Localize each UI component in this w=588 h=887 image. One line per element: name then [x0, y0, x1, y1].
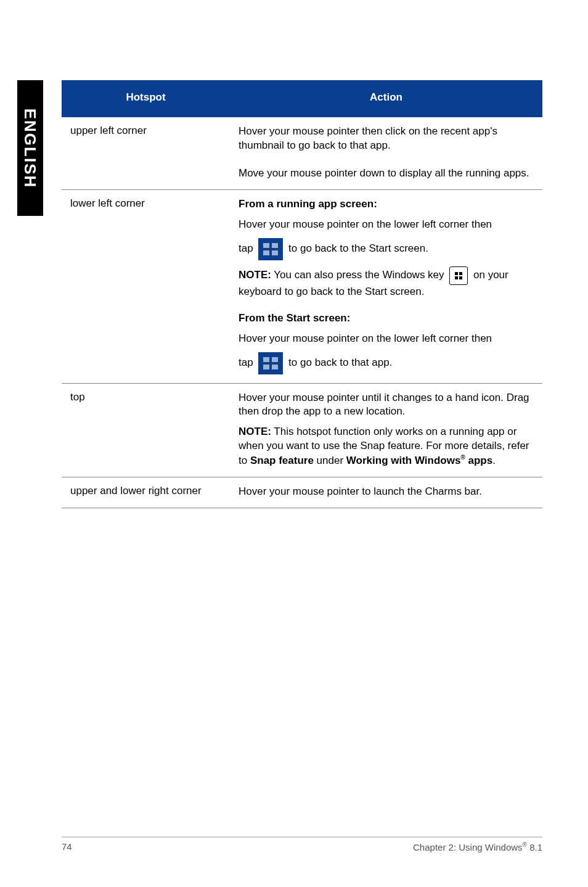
- tap-suffix: to go back to that app.: [288, 357, 392, 368]
- chapter-text: Chapter 2: Using Windows: [413, 842, 523, 852]
- action-note: NOTE: You can also press the Windows key…: [239, 266, 536, 299]
- action-cell: From a running app screen: Hover your mo…: [230, 189, 542, 383]
- note-label: NOTE:: [239, 426, 271, 437]
- chapter-text: 8.1: [527, 842, 542, 852]
- start-tile-icon: [258, 238, 283, 260]
- action-cell: Move your mouse pointer down to display …: [230, 162, 542, 189]
- action-text: Hover your mouse pointer on the lower le…: [239, 218, 536, 232]
- note-text: under: [314, 455, 346, 466]
- tap-suffix: to go back to the Start screen.: [288, 242, 428, 254]
- table-row: upper and lower right corner Hover your …: [62, 477, 542, 508]
- bold-text: Snap feature: [250, 455, 314, 466]
- language-tab-label: ENGLISH: [21, 108, 40, 188]
- chapter-label: Chapter 2: Using Windows® 8.1: [413, 841, 542, 852]
- windows-key-icon: [449, 266, 468, 285]
- action-text: tap to go back to that app.: [239, 352, 536, 374]
- col-header-action: Action: [230, 80, 542, 117]
- action-cell: Hover your mouse pointer then click on t…: [230, 117, 542, 162]
- action-heading: From a running app screen:: [239, 197, 536, 212]
- hotspot-cell: top: [62, 383, 230, 477]
- page-number: 74: [62, 841, 72, 852]
- action-note: NOTE: This hotspot function only works o…: [239, 425, 536, 468]
- tap-prefix: tap: [239, 357, 256, 368]
- action-cell: Hover your mouse pointer until it change…: [230, 383, 542, 477]
- action-heading: From the Start screen:: [239, 311, 536, 326]
- language-tab: ENGLISH: [17, 80, 43, 216]
- table-row: Move your mouse pointer down to display …: [62, 162, 542, 189]
- table-row: upper left corner Hover your mouse point…: [62, 117, 542, 162]
- tap-prefix: tap: [239, 242, 256, 254]
- hotspot-action-table: Hotspot Action upper left corner Hover y…: [62, 80, 542, 508]
- table-row: top Hover your mouse pointer until it ch…: [62, 383, 542, 477]
- hotspot-cell: lower left corner: [62, 189, 230, 383]
- sup-text: ®: [460, 454, 465, 461]
- note-text: .: [492, 455, 496, 466]
- page-footer: 74 Chapter 2: Using Windows® 8.1: [62, 836, 542, 852]
- action-text: tap to go back to the Start screen.: [239, 238, 536, 260]
- start-tile-icon: [258, 352, 283, 374]
- table-row: lower left corner From a running app scr…: [62, 189, 542, 383]
- col-header-hotspot: Hotspot: [62, 80, 230, 117]
- hotspot-cell-empty: [62, 162, 230, 189]
- action-text: Hover your mouse pointer then click on t…: [239, 125, 536, 153]
- bold-text: Working with Windows: [346, 455, 461, 466]
- note-label: NOTE:: [239, 269, 271, 281]
- action-text: Hover your mouse pointer on the lower le…: [239, 332, 536, 346]
- action-cell: Hover your mouse pointer to launch the C…: [230, 477, 542, 508]
- action-text: Move your mouse pointer down to display …: [239, 167, 536, 181]
- action-text: Hover your mouse pointer to launch the C…: [239, 485, 536, 499]
- bold-text: apps: [465, 455, 492, 466]
- hotspot-cell: upper and lower right corner: [62, 477, 230, 508]
- note-text: You can also press the Windows key: [274, 269, 447, 281]
- chapter-sup: ®: [523, 841, 527, 848]
- hotspot-cell: upper left corner: [62, 117, 230, 162]
- action-text: Hover your mouse pointer until it change…: [239, 391, 536, 419]
- page-content: Hotspot Action upper left corner Hover y…: [62, 80, 542, 508]
